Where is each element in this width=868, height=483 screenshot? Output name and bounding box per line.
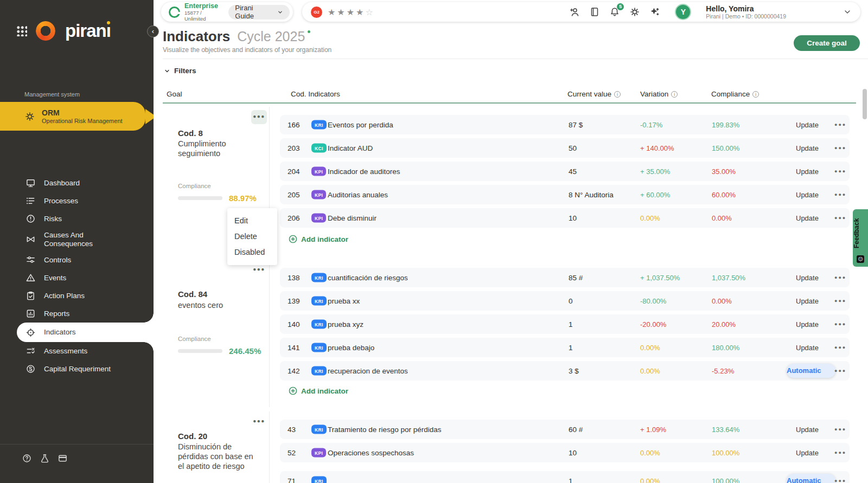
row-menu-button[interactable]: ●●●	[834, 275, 846, 280]
row-menu-button[interactable]: ●●●	[834, 145, 846, 151]
indicators-icon	[25, 327, 36, 338]
indicator-type-badge: KRI	[311, 425, 327, 434]
goal-name: eventos cero	[178, 300, 223, 310]
context-menu-disabled[interactable]: Disabled	[227, 244, 277, 260]
filters-toggle[interactable]: Filters	[164, 67, 196, 75]
indicator-row: 203 KCI Indicator AUD 50 + 140.00% 150.0…	[280, 138, 850, 158]
indicator-compliance: -5.23%	[712, 367, 734, 375]
indicator-action-button[interactable]: Update	[796, 297, 819, 305]
indicator-type-badge: KPI	[311, 167, 326, 176]
page-subtitle: Visualize the objectives and indicators …	[163, 46, 331, 54]
indicator-action-button[interactable]: Update	[796, 168, 819, 176]
sidebar-collapse-button[interactable]: ‹	[147, 25, 159, 37]
goal-code: Cod. 8	[178, 128, 203, 138]
indicator-action-button[interactable]: Update	[796, 121, 819, 129]
row-menu-button[interactable]: ●●●	[834, 321, 846, 327]
lab-flask-icon[interactable]	[40, 453, 50, 463]
indicator-compliance: 150.00%	[712, 144, 739, 152]
user-menu[interactable]: Hello, Yomira Pirani | Demo • ID: 000000…	[706, 4, 786, 20]
sidebar-footer	[22, 453, 68, 463]
row-menu-button[interactable]: ●●●	[834, 192, 846, 197]
context-menu-delete[interactable]: Delete	[227, 229, 277, 244]
sidebar-item-controls[interactable]: Controls	[0, 251, 154, 269]
goal-menu-button[interactable]: ●●●	[251, 110, 267, 124]
indicator-action-button[interactable]: Automatic	[787, 364, 835, 378]
indicator-action-button[interactable]: Update	[796, 426, 819, 434]
goal-menu-button[interactable]: ●●●	[251, 415, 267, 429]
g2-plan-logo-icon	[169, 7, 180, 18]
row-menu-button[interactable]: ●●●	[834, 298, 846, 304]
indicator-current-value: 10	[569, 449, 577, 457]
create-goal-button[interactable]: Create goal	[794, 35, 860, 51]
indicator-action-button[interactable]: Update	[796, 191, 819, 199]
sidebar-item-causes-and-consequences[interactable]: Causes And Consequences	[0, 228, 154, 251]
sidebar-item-events[interactable]: Events	[0, 269, 154, 287]
add-indicator-button[interactable]: Add indicator	[289, 387, 348, 395]
module-selector-orm[interactable]: ORM Operational Risk Management	[0, 102, 145, 131]
indicator-code: 203	[288, 144, 300, 152]
row-menu-button[interactable]: ●●●	[834, 368, 846, 373]
indicator-compliance: 133.64%	[712, 426, 739, 434]
scrollbar-thumb[interactable]	[863, 89, 867, 119]
info-icon[interactable]: i	[671, 91, 678, 98]
invite-user-icon[interactable]	[569, 7, 580, 17]
pirani-guide-dropdown[interactable]: Pirani Guide	[228, 5, 290, 20]
sidebar-item-action-plans[interactable]: Action Plans	[0, 287, 154, 305]
row-menu-button[interactable]: ●●●	[834, 122, 846, 127]
app-grid-icon[interactable]	[16, 25, 27, 36]
row-menu-button[interactable]: ●●●	[834, 478, 846, 483]
indicator-row: 138 KRI cuantificación de riesgos 85 # +…	[280, 268, 850, 287]
feedback-tab[interactable]: Feedback ☺	[853, 209, 868, 267]
user-avatar[interactable]: Y	[675, 4, 691, 20]
help-icon[interactable]	[22, 453, 32, 463]
indicator-action-button[interactable]: Update	[796, 320, 819, 329]
settings-gear-icon[interactable]	[629, 7, 640, 17]
sidebar-item-risks[interactable]: Risks	[0, 210, 154, 228]
row-menu-button[interactable]: ●●●	[834, 450, 846, 455]
add-indicator-button[interactable]: Add indicator	[289, 235, 348, 243]
compliance-progress: 88.97%	[178, 194, 257, 203]
rating-stars[interactable]: ★★★★☆	[328, 7, 375, 17]
notifications-bell-icon[interactable]: 5	[609, 7, 620, 17]
assessments-icon	[25, 346, 36, 356]
context-menu-edit[interactable]: Edit	[227, 213, 277, 229]
sidebar-item-assessments[interactable]: Assessments	[0, 342, 154, 360]
indicator-action-button[interactable]: Update	[796, 214, 819, 222]
sidebar-item-indicators[interactable]: Indicators	[17, 323, 154, 342]
main-content: Indicators Cycle 2025 Visualize the obje…	[154, 25, 868, 483]
indicator-action-button[interactable]: Automatic	[787, 474, 835, 483]
indicator-action-button[interactable]: Update	[796, 274, 819, 282]
page-title: Indicators Cycle 2025	[163, 28, 310, 45]
indicator-row: 205 KPI Auditorias anuales 8 N° Auditori…	[280, 185, 850, 204]
sidebar-item-capital-requeriment[interactable]: Capital Requeriment	[0, 360, 154, 378]
indicator-code: 141	[288, 344, 300, 352]
info-icon[interactable]: i	[614, 91, 621, 98]
library-icon[interactable]	[589, 7, 600, 17]
row-menu-button[interactable]: ●●●	[834, 345, 846, 350]
row-menu-button[interactable]: ●●●	[834, 215, 846, 221]
indicator-action-button[interactable]: Update	[796, 344, 819, 352]
indicator-action-button[interactable]: Update	[796, 449, 819, 457]
sidebar-item-reports[interactable]: Reports	[0, 305, 154, 323]
indicator-name: prueba debajo	[328, 344, 374, 352]
goal-code: Cod. 20	[178, 432, 207, 441]
row-menu-button[interactable]: ●●●	[834, 169, 846, 174]
plus-circle-icon	[289, 387, 297, 395]
col-current-value: Current valuei	[567, 90, 621, 98]
indicator-type-badge: KPI	[311, 214, 326, 223]
info-icon[interactable]: i	[752, 91, 759, 98]
indicator-current-value: 1	[569, 320, 573, 329]
indicator-action-button[interactable]: Update	[796, 144, 819, 152]
indicator-code: 204	[288, 168, 300, 176]
ai-sparkles-icon[interactable]	[649, 7, 660, 17]
sidebar-item-processes[interactable]: Processes	[0, 192, 154, 210]
billing-card-icon[interactable]	[58, 453, 68, 463]
causes-consequences-icon	[25, 234, 36, 244]
cycle-status-dot	[308, 30, 310, 33]
header-divider	[163, 59, 868, 59]
user-menu-chevron-icon[interactable]	[843, 8, 852, 16]
row-menu-button[interactable]: ●●●	[834, 427, 846, 432]
plan-name: Enterprise	[184, 2, 224, 10]
indicator-name: Indicator AUD	[328, 144, 373, 152]
sidebar-item-dashboard[interactable]: Dashboard	[0, 174, 154, 192]
